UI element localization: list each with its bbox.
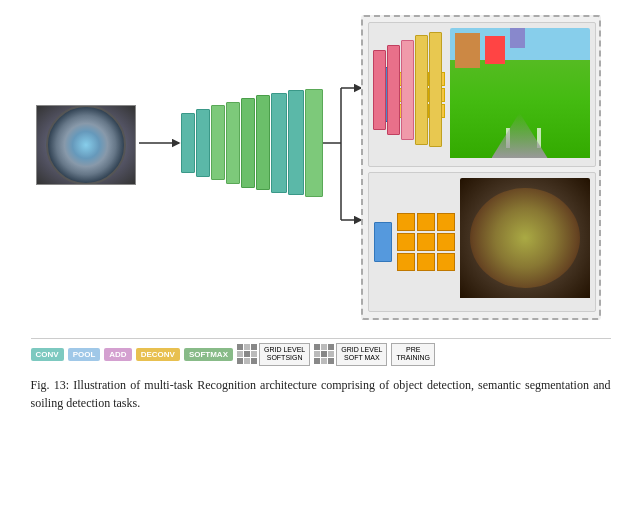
conv-layers [181,85,311,200]
layer-teal-1 [181,113,195,173]
dec-yellow-1 [415,35,428,145]
fisheye-scene-bg [460,178,590,298]
right-panel [361,15,601,320]
caption-text: Fig. 13: Illustration of multi-task Reco… [31,378,611,410]
legend-conv: CONV [31,348,64,361]
legend-pretraining: PRETRAINING [391,343,434,366]
road-scene-image [450,28,590,161]
legend-row: CONV POOL ADD DECONV SOFTMAX GRID LEVELS… [31,338,611,370]
dec-pink-1 [373,50,386,130]
layer-teal-2 [196,109,210,177]
dec-lpink-1 [401,40,414,140]
layer-green-2 [226,102,240,184]
caption: Fig. 13: Illustration of multi-task Reco… [31,376,611,412]
legend-add: ADD [104,348,131,361]
legend-grid-softmax: GRID LEVELSOFT MAX [314,343,387,366]
legend-softmax: SOFTMAX [184,348,233,361]
deconv-badge: DECONV [136,348,180,361]
layer-teal-4 [288,90,304,195]
decoder-layers-top [373,32,442,147]
main-container: CONV POOL ADD DECONV SOFTMAX GRID LEVELS… [21,0,621,412]
diagram [31,10,611,330]
layer-group-1 [181,89,323,197]
legend-deconv: DECONV [136,348,180,361]
legend-grid-softsign: GRID LEVELSOFTSIGN [237,343,310,366]
layer-green-1 [211,105,225,180]
orange-grid-bottom [397,213,455,271]
legend-pool: POOL [68,348,101,361]
layer-green-4 [256,95,270,190]
layer-green-5 [305,89,323,197]
dec-pink-2 [387,45,400,135]
grid-icon-softmax [314,344,334,364]
dec-yellow-2 [429,32,442,147]
fisheye-scene-image [460,178,590,306]
layer-green-3 [241,98,255,188]
bottom-sub-panel [368,172,596,312]
add-badge: ADD [104,348,131,361]
blue-block-bottom [374,222,392,262]
softmax-grid-label: GRID LEVELSOFT MAX [336,343,387,366]
pretraining-label: PRETRAINING [391,343,434,366]
softmax-badge: SOFTMAX [184,348,233,361]
road-scene-bg [450,28,590,158]
grid-icon-softsign [237,344,257,364]
input-image [36,105,136,185]
softsign-label: GRID LEVELSOFTSIGN [259,343,310,366]
conv-badge: CONV [31,348,64,361]
pool-badge: POOL [68,348,101,361]
layer-teal-3 [271,93,287,193]
